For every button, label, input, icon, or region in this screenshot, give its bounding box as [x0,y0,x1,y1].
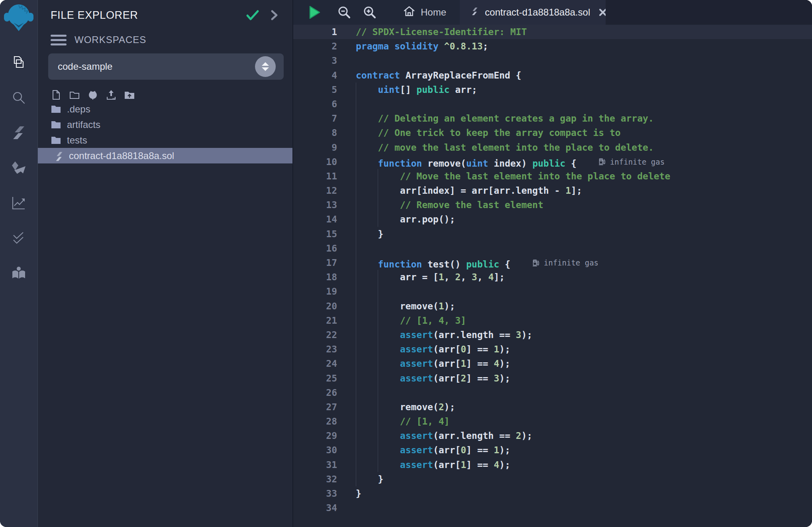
code-line[interactable]: 11 // Move the last element into the pla… [293,169,812,183]
code-line[interactable]: 34 [293,501,812,515]
tab-active-file[interactable]: contract-d1a8818a8a.sol [460,0,606,25]
code-line[interactable]: 8 // One trick to keep the array compact… [293,126,812,140]
line-number: 29 [293,429,337,443]
new-file-icon[interactable] [50,88,63,101]
line-number: 26 [293,385,337,400]
code-line[interactable]: 29 assert(arr.length == 2); [293,429,812,443]
folder-row[interactable]: .deps [38,101,292,117]
line-number: 15 [293,227,337,241]
line-number: 2 [293,39,337,53]
editor-toolbar: Home [293,0,460,25]
line-content: } [337,227,812,241]
code-line[interactable]: 10 function remove(uint index) public {i… [293,155,812,169]
tab-home-label: Home [421,7,446,18]
line-content: assert(arr.length == 2); [337,429,812,443]
zoom-in-icon[interactable] [362,4,378,20]
code-line[interactable]: 31 assert(arr[1] == 4); [293,458,812,472]
code-line[interactable]: 14 arr.pop(); [293,212,812,226]
gas-estimate-label: infinite gas [610,155,665,169]
code-line[interactable]: 7 // Deleting an element creates a gap i… [293,111,812,126]
run-script-icon[interactable] [305,4,323,21]
line-number: 3 [293,53,337,68]
chevron-right-icon[interactable] [266,7,282,23]
code-area[interactable]: 1// SPDX-License-Identifier: MIT2pragma … [293,25,812,527]
check-icon[interactable] [245,7,261,23]
solidity-file-icon [54,151,63,161]
line-content: } [337,472,812,486]
code-line[interactable]: 18 arr = [1, 2, 3, 4]; [293,270,812,284]
line-number: 19 [293,284,337,299]
code-line[interactable]: 5 uint[] public arr; [293,83,812,97]
line-number: 27 [293,400,337,414]
code-line[interactable]: 16 [293,241,812,256]
solidity-compiler-icon[interactable] [10,124,28,142]
code-line[interactable]: 33} [293,486,812,501]
line-content: assert(arr.length == 3); [337,328,812,342]
code-line[interactable]: 24 assert(arr[1] == 4); [293,356,812,371]
zoom-out-icon[interactable] [336,4,352,20]
line-content [337,53,812,68]
workspaces-label: WORKSPACES [75,34,146,45]
code-line[interactable]: 22 assert(arr.length == 3); [293,328,812,342]
file-row-selected[interactable]: contract-d1a8818a8a.sol [38,148,292,163]
code-line[interactable]: 15 } [293,227,812,241]
code-line[interactable]: 4contract ArrayReplaceFromEnd { [293,68,812,83]
new-folder-icon[interactable] [68,88,81,101]
workspaces-menu-icon[interactable] [51,35,67,45]
code-line[interactable]: 9 // move the last element into the plac… [293,140,812,155]
code-line[interactable]: 23 assert(arr[0] == 1); [293,342,812,356]
line-content [337,241,812,256]
code-line[interactable]: 21 // [1, 4, 3] [293,313,812,328]
line-number: 13 [293,198,337,212]
deploy-and-run-icon[interactable] [10,159,28,177]
workspace-select[interactable]: code-sample [48,53,284,80]
file-explorer-icon[interactable] [10,54,28,71]
line-number: 22 [293,328,337,342]
tab-home[interactable]: Home [387,5,460,20]
code-line[interactable]: 30 assert(arr[0] == 1); [293,443,812,457]
upload-folder-icon[interactable] [123,88,136,101]
folder-row[interactable]: tests [38,132,292,148]
line-content: assert(arr[1] == 4); [337,458,812,472]
line-number: 25 [293,371,337,385]
line-number: 14 [293,212,337,226]
upload-file-icon[interactable] [105,88,118,101]
learneth-icon[interactable] [10,264,28,282]
code-line[interactable]: 32 } [293,472,812,486]
code-line[interactable]: 1// SPDX-License-Identifier: MIT [293,25,812,39]
code-line[interactable]: 27 remove(2); [293,400,812,414]
line-content: remove(2); [337,400,812,414]
folder-icon [51,119,61,130]
code-line[interactable]: 20 remove(1); [293,299,812,313]
code-line[interactable]: 13 // Remove the last element [293,198,812,212]
statistics-icon[interactable] [10,194,28,212]
code-line[interactable]: 28 // [1, 4] [293,414,812,429]
code-line[interactable]: 6 [293,97,812,111]
search-icon[interactable] [10,89,28,106]
line-number: 33 [293,486,337,501]
remix-ide-window: FILE EXPLORER WORKSPACES code-sample [0,0,812,527]
panel-title: FILE EXPLORER [51,9,239,22]
code-line[interactable]: 26 [293,385,812,400]
line-number: 11 [293,169,337,183]
line-number: 34 [293,501,337,515]
code-line[interactable]: 3 [293,53,812,68]
folder-row[interactable]: artifacts [38,117,292,132]
code-line[interactable]: 19 [293,284,812,299]
line-content: // move the last element into the place … [337,140,812,155]
line-content: assert(arr[2] == 3); [337,371,812,385]
code-line[interactable]: 17 function test() public {infinite gas [293,256,812,270]
line-content: uint[] public arr; [337,83,812,97]
code-line[interactable]: 2pragma solidity ^0.8.13; [293,39,812,53]
gas-pump-icon [532,259,540,267]
code-line[interactable]: 12 arr[index] = arr[arr.length - 1]; [293,183,812,198]
line-content: assert(arr[1] == 4); [337,356,812,371]
unit-testing-icon[interactable] [10,229,28,247]
line-content: assert(arr[0] == 1); [337,443,812,457]
github-icon[interactable] [86,88,99,101]
remix-logo[interactable] [4,2,34,34]
line-content: // SPDX-License-Identifier: MIT [337,25,812,39]
file-label: contract-d1a8818a8a.sol [69,150,174,161]
workspace-select-knob-icon[interactable] [255,56,276,77]
code-line[interactable]: 25 assert(arr[2] == 3); [293,371,812,385]
